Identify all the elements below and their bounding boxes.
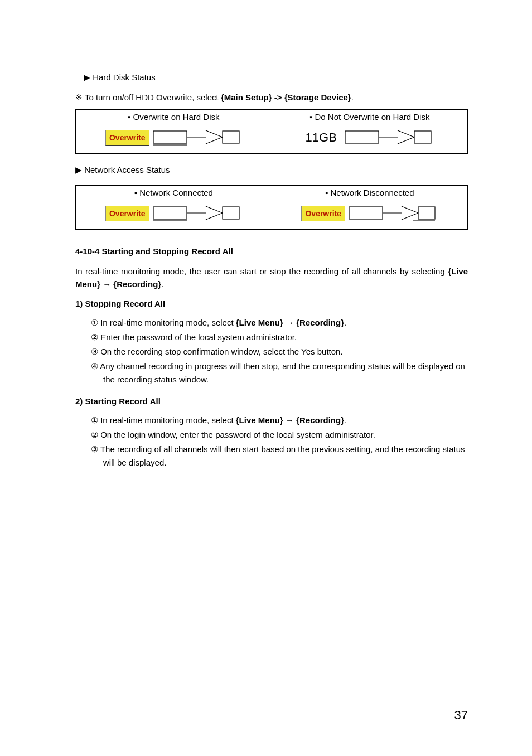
svg-rect-15 (223, 207, 239, 219)
starting-steps: ① In real-time monitoring mode, select {… (91, 414, 468, 469)
step-text: On the recording stop confirmation windo… (98, 347, 343, 356)
size-label: 11GB (306, 130, 341, 145)
step-text: Any channel recording in progress will t… (98, 361, 465, 384)
svg-line-8 (398, 130, 414, 137)
step-bold: {Live Menu} → {Recording} (236, 318, 344, 327)
svg-line-13 (206, 206, 223, 213)
net-disconnected-widget: Overwrite (272, 205, 468, 222)
stopping-steps: ① In real-time monitoring mode, select {… (91, 316, 468, 386)
section-4-10-4-para: In real-time monitoring mode, the user c… (75, 265, 468, 291)
stopping-record-all-heading: 1) Stopping Record All (75, 299, 468, 308)
para-suffix: . (161, 279, 163, 289)
svg-rect-4 (223, 131, 239, 143)
step-marker: ② (91, 332, 98, 342)
disk-graph-icon (153, 130, 242, 146)
step-text: Enter the password of the local system a… (98, 332, 297, 342)
page-number: 37 (454, 708, 468, 723)
step-text: The recording of all channels will then … (98, 444, 465, 467)
starting-record-all-heading: 2) Starting Record All (75, 396, 468, 406)
para-prefix: In real-time monitoring mode, the user c… (75, 266, 448, 276)
step-marker: ④ (91, 361, 98, 371)
list-item: ① In real-time monitoring mode, select {… (91, 316, 468, 329)
hd-header-right: ▪ Do Not Overwrite on Hard Disk (272, 110, 468, 124)
list-item: ② Enter the password of the local system… (91, 331, 468, 344)
disk-graph-icon (345, 130, 434, 146)
svg-line-2 (206, 130, 223, 137)
svg-line-3 (206, 137, 223, 144)
step-post: . (344, 318, 346, 327)
note-prefix: ※ To turn on/off HDD Overwrite, select (75, 93, 221, 102)
overwrite-label: Overwrite (105, 130, 149, 146)
step-marker: ② (91, 430, 98, 439)
svg-line-14 (206, 213, 223, 220)
step-marker: ③ (91, 444, 98, 454)
net-header-left: ▪ Network Connected (76, 186, 272, 200)
hd-body-left: Overwrite (76, 124, 272, 154)
hd-body-right: 11GB (272, 124, 468, 154)
hdd-overwrite-note: ※ To turn on/off HDD Overwrite, select {… (75, 93, 468, 103)
svg-rect-6 (345, 131, 379, 143)
hd-header-left: ▪ Overwrite on Hard Disk (76, 110, 272, 124)
overwrite-label: Overwrite (301, 206, 345, 221)
list-item: ③ The recording of all channels will the… (91, 443, 468, 469)
svg-rect-10 (414, 131, 431, 143)
size-status-widget: 11GB (272, 129, 468, 147)
network-table: ▪ Network Connected ▪ Network Disconnect… (75, 185, 468, 230)
net-connected-widget: Overwrite (76, 205, 272, 222)
disk-graph-icon (349, 206, 438, 221)
note-bold: {Main Setup} -> {Storage Device} (221, 93, 351, 102)
overwrite-label: Overwrite (105, 206, 149, 221)
list-item: ① In real-time monitoring mode, select {… (91, 414, 468, 427)
svg-rect-17 (349, 207, 383, 219)
step-marker: ③ (91, 347, 98, 356)
disk-graph-icon (153, 206, 242, 221)
page: ▶ Hard Disk Status ※ To turn on/off HDD … (0, 0, 532, 756)
overwrite-status-widget: Overwrite (76, 129, 272, 147)
svg-rect-21 (418, 207, 435, 219)
hard-disk-table: ▪ Overwrite on Hard Disk ▪ Do Not Overwr… (75, 109, 468, 154)
list-item: ③ On the recording stop confirmation win… (91, 345, 468, 358)
step-marker: ① (91, 415, 98, 425)
note-suffix: . (351, 93, 354, 102)
svg-line-9 (398, 137, 414, 144)
svg-rect-11 (153, 207, 187, 219)
svg-line-20 (402, 213, 418, 220)
hard-disk-status-heading: ▶ Hard Disk Status (84, 72, 468, 83)
list-item: ④ Any channel recording in progress will… (91, 360, 468, 386)
step-marker: ① (91, 318, 98, 327)
net-header-right: ▪ Network Disconnected (272, 186, 468, 200)
step-text: In real-time monitoring mode, select (98, 318, 236, 327)
list-item: ② On the login window, enter the passwor… (91, 428, 468, 442)
svg-rect-0 (153, 131, 187, 143)
step-bold: {Live Menu} → {Recording} (236, 415, 344, 425)
svg-line-19 (402, 206, 418, 213)
net-body-left: Overwrite (76, 200, 272, 230)
step-text: On the login window, enter the password … (98, 430, 375, 439)
network-status-heading: ▶ Network Access Status (75, 165, 468, 175)
section-4-10-4-heading: 4-10-4 Starting and Stopping Record All (75, 246, 468, 256)
step-text: In real-time monitoring mode, select (98, 415, 236, 425)
step-post: . (344, 415, 346, 425)
net-body-right: Overwrite (272, 200, 468, 230)
